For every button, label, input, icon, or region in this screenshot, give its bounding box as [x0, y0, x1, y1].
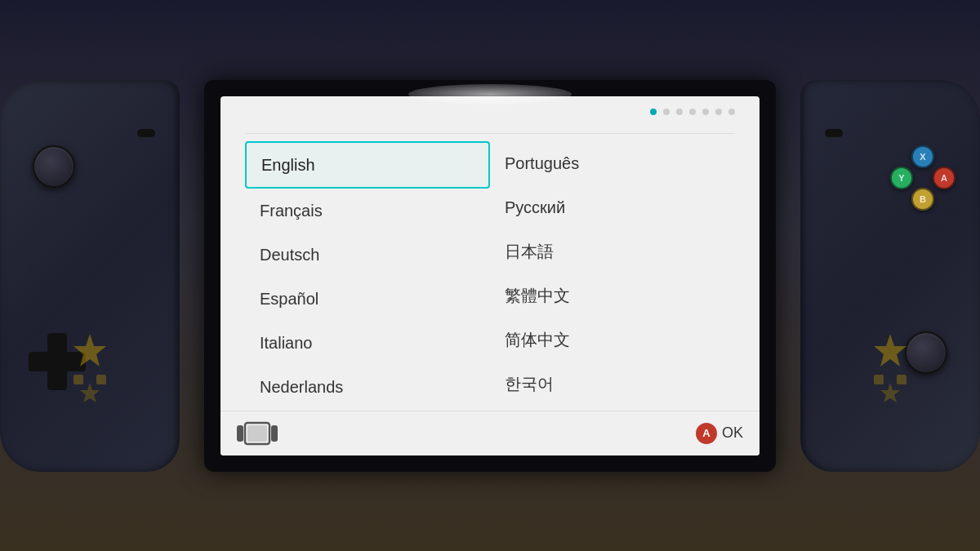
dot-3 [676, 109, 683, 115]
joy-con-right: A B X Y [800, 80, 980, 472]
minus-button[interactable] [137, 129, 155, 137]
screen: English Français Deutsch Español Italian… [220, 96, 760, 455]
x-button[interactable]: X [911, 145, 934, 168]
language-item-russian[interactable]: Русский [490, 185, 735, 229]
language-item-francais[interactable]: Français [245, 189, 490, 233]
dot-4 [689, 109, 696, 115]
dot-5 [702, 109, 709, 115]
language-item-english[interactable]: English [245, 141, 490, 189]
language-item-espanol[interactable]: Español [245, 277, 490, 321]
language-item-deutsch[interactable]: Deutsch [245, 233, 490, 277]
abxy-buttons: A B X Y [890, 145, 956, 211]
screen-bezel: English Français Deutsch Español Italian… [204, 80, 776, 472]
svg-rect-6 [897, 375, 906, 384]
svg-rect-11 [247, 425, 267, 442]
plus-button[interactable] [825, 129, 843, 137]
y-button[interactable]: Y [890, 167, 913, 189]
svg-marker-7 [880, 383, 900, 402]
language-item-portugues[interactable]: Português [490, 141, 735, 185]
language-column-right: Português Русский 日本語 繁體中文 简体中文 한국어 [490, 141, 735, 409]
language-item-simp-chinese[interactable]: 简体中文 [490, 318, 735, 362]
svg-rect-2 [96, 375, 106, 384]
console-body: A B X Y [0, 0, 980, 551]
ok-label: OK [722, 424, 743, 442]
divider [245, 133, 735, 134]
language-list: English Français Deutsch Español Italian… [245, 141, 735, 407]
language-item-trad-chinese[interactable]: 繁體中文 [490, 273, 735, 318]
language-item-japanese[interactable]: 日本語 [490, 229, 735, 273]
ok-button[interactable]: A OK [696, 423, 743, 444]
dot-7 [728, 109, 735, 115]
language-item-korean[interactable]: 한국어 [490, 362, 735, 406]
dot-6 [715, 109, 722, 115]
switch-icon [237, 421, 278, 446]
svg-rect-1 [74, 375, 83, 384]
left-analog-stick[interactable] [33, 145, 75, 188]
dot-2 [663, 109, 670, 115]
a-button-icon: A [696, 423, 717, 444]
svg-rect-10 [271, 425, 278, 442]
a-button[interactable]: A [933, 167, 956, 189]
language-item-italiano[interactable]: Italiano [245, 321, 490, 365]
language-item-nederlands[interactable]: Nederlands [245, 365, 490, 409]
joy-con-left [0, 80, 180, 472]
svg-marker-0 [74, 334, 106, 367]
svg-rect-5 [874, 375, 884, 384]
bottom-bar: A OK [220, 411, 760, 455]
svg-marker-3 [80, 383, 100, 402]
b-button[interactable]: B [911, 188, 934, 211]
dot-1 [650, 109, 657, 115]
svg-rect-8 [237, 425, 243, 442]
progress-dots [650, 109, 735, 115]
language-column-left: English Français Deutsch Español Italian… [245, 141, 490, 409]
svg-marker-4 [874, 334, 906, 367]
